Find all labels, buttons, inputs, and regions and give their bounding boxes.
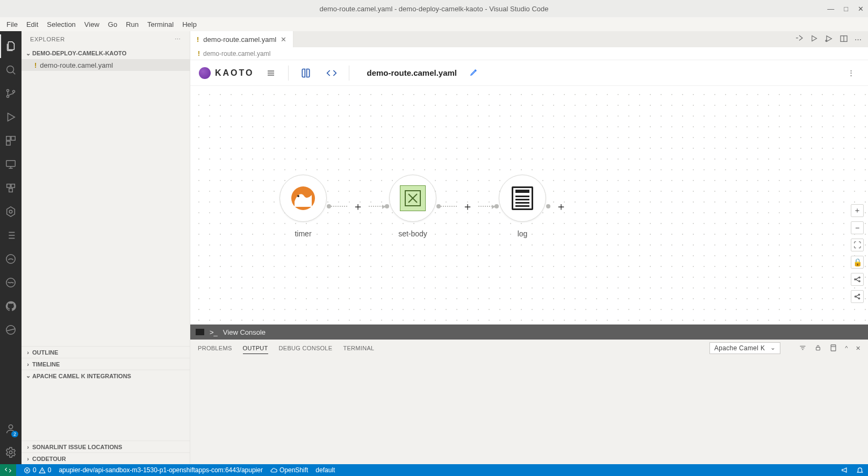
k8s-context[interactable]: apupier-dev/api-sandbox-m3-1530-p1-opens… [59,466,263,474]
panel-close-icon[interactable]: ✕ [856,345,860,352]
output-channel-select[interactable]: Apache Camel K [709,342,780,354]
activity-codetour[interactable] [0,271,21,294]
file-item[interactable]: ! demo-route.camel.yaml [21,59,190,71]
menu-run[interactable]: Run [121,19,143,30]
add-step-button[interactable]: ＋ [554,199,569,214]
kaoto-rename-button[interactable] [470,68,478,78]
yaml-file-icon: ! [34,61,37,69]
openshift-status[interactable]: OpenShift [270,466,308,474]
node-label: set-body [398,229,427,238]
activity-remote[interactable] [0,153,21,176]
fit-view-button[interactable]: ⛶ [851,239,864,251]
menu-selection[interactable]: Selection [42,19,80,30]
editor-tab[interactable]: ! demo-route.camel.yaml ✕ [190,31,293,47]
connector-handle[interactable] [494,204,499,208]
panel-lock-icon[interactable] [814,344,822,352]
section-codetour[interactable]: ›CODETOUR [21,452,190,464]
remote-indicator[interactable] [0,464,16,476]
output-body[interactable] [190,357,868,464]
chevron-right-icon: › [24,361,32,367]
activity-openshift[interactable] [0,176,21,200]
add-step-button[interactable]: ＋ [460,199,475,214]
auto-layout-button[interactable] [851,273,864,286]
feedback-button[interactable] [841,466,849,474]
svg-rect-51 [831,344,836,350]
lock-button[interactable]: 🔒 [851,256,864,269]
kaoto-menu-button[interactable] [262,64,279,82]
section-outline[interactable]: ›OUTLINE [21,346,190,358]
node-log[interactable] [499,175,546,222]
panel-tab-terminal[interactable]: TERMINAL [343,343,374,354]
breadcrumb-segment: demo-route.camel.yaml [203,50,270,57]
share-button[interactable] [851,290,864,303]
menu-view[interactable]: View [80,19,104,30]
tab-close-button[interactable]: ✕ [281,35,286,44]
window-close-button[interactable]: ✕ [858,5,864,13]
zoom-in-button[interactable]: ＋ [851,204,864,217]
panel-clear-icon[interactable] [829,344,837,353]
section-timeline[interactable]: ›TIMELINE [21,358,190,370]
namespace-status[interactable]: default [315,466,335,474]
node-timer[interactable] [279,175,327,222]
kaoto-canvas[interactable]: timer ＋ [190,86,868,324]
view-console-bar[interactable]: >_ View Console [190,324,868,340]
connector-handle[interactable] [327,204,331,208]
kaoto-source-button[interactable] [323,64,340,82]
run-icon[interactable] [810,34,818,44]
activity-settings[interactable] [0,441,21,464]
project-section-header[interactable]: ⌄ DEMO-DEPLOY-CAMELK-KAOTO [21,47,190,59]
section-sonarlint[interactable]: ›SONARLINT ISSUE LOCATIONS [21,441,190,452]
run-debug-selector-icon[interactable] [795,34,804,45]
menu-file[interactable]: File [2,19,22,30]
kaoto-catalog-button[interactable] [297,64,314,82]
add-step-button[interactable]: ＋ [350,199,365,214]
connector-handle[interactable] [436,204,441,208]
activity-openshift-connector[interactable] [0,318,21,342]
menu-edit[interactable]: Edit [22,19,42,30]
sidebar: EXPLORER ⋯ ⌄ DEMO-DEPLOY-CAMELK-KAOTO ! … [21,31,190,464]
activity-explorer[interactable] [0,34,21,58]
window-minimize-button[interactable]: — [827,5,834,13]
activity-source-control[interactable] [0,82,21,105]
activity-github[interactable] [0,294,21,318]
more-actions-icon[interactable]: ⋯ [855,35,862,44]
breadcrumb[interactable]: ! demo-route.camel.yaml [190,47,868,60]
kaoto-logo-icon [199,67,211,79]
panel-tab-output[interactable]: OUTPUT [243,343,268,354]
cloud-icon [270,467,277,474]
chevron-right-icon: › [24,444,32,450]
sidebar-more-actions[interactable]: ⋯ [175,36,181,43]
activity-search[interactable] [0,58,21,82]
panel-filter-icon[interactable] [799,344,807,353]
menu-help[interactable]: Help [178,19,201,30]
problems-status[interactable]: 0 0 [24,466,51,474]
activity-run-debug[interactable] [0,105,21,129]
warning-icon [39,467,46,474]
svg-point-3 [6,95,9,97]
debug-icon[interactable] [824,34,833,45]
activity-sonarlint[interactable] [0,247,21,271]
connector-handle[interactable] [546,204,550,208]
panel-tab-debug-console[interactable]: DEBUG CONSOLE [279,343,333,354]
connector-handle[interactable] [385,204,389,208]
section-camelk[interactable]: ⌄APACHE CAMEL K INTEGRATIONS [21,370,190,381]
activity-kubernetes[interactable] [0,200,21,223]
activity-accounts[interactable]: 2 [0,417,21,441]
menu-terminal[interactable]: Terminal [143,19,178,30]
section-label: TIMELINE [32,361,60,367]
notifications-button[interactable] [856,466,864,474]
node-set-body[interactable] [389,175,436,222]
menu-go[interactable]: Go [104,19,121,30]
panel-maximize-icon[interactable]: ^ [845,345,848,351]
warning-count: 0 [48,466,52,474]
svg-rect-13 [11,184,15,187]
window-maximize-button[interactable]: □ [844,5,848,13]
kaoto-more-button[interactable]: ⋮ [842,64,859,82]
split-editor-icon[interactable] [840,34,848,45]
accounts-badge: 2 [11,431,18,437]
chevron-down-icon: ⌄ [24,50,32,57]
zoom-out-button[interactable]: − [851,221,864,234]
panel-tab-problems[interactable]: PROBLEMS [198,343,232,354]
activity-extensions[interactable] [0,129,21,153]
activity-list[interactable] [0,223,21,247]
